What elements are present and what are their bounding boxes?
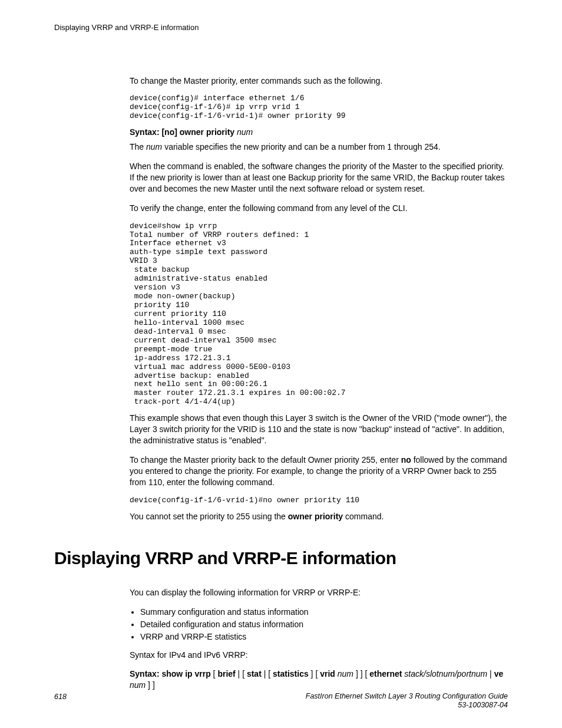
text: | [ <box>236 669 247 678</box>
page-footer: 618 FastIron Ethernet Switch Layer 3 Rou… <box>54 692 508 710</box>
footer-title: FastIron Ethernet Switch Layer 3 Routing… <box>306 692 508 700</box>
var-num: num <box>146 142 162 151</box>
syntax-bold: stat <box>247 669 262 678</box>
footer-text: FastIron Ethernet Switch Layer 3 Routing… <box>306 692 508 710</box>
var: num <box>335 669 353 678</box>
text: You cannot set the priority to 255 using… <box>130 512 288 521</box>
text: | [ <box>262 669 273 678</box>
syntax-bold: ve <box>494 669 504 678</box>
list-item: Summary configuration and status informa… <box>140 607 508 618</box>
page-number: 618 <box>54 692 67 702</box>
paragraph-verify: To verify the change, enter the followin… <box>130 203 508 214</box>
paragraph-example: This example shows that even though this… <box>130 413 508 446</box>
page: Displaying VRRP and VRRP-E information T… <box>0 0 562 728</box>
text: [ <box>211 669 218 678</box>
body-column: To change the Master priority, enter com… <box>130 75 508 522</box>
running-head: Displaying VRRP and VRRP-E information <box>54 22 508 33</box>
text: ] ] <box>146 680 155 690</box>
text: To change the Master priority back to th… <box>130 455 401 465</box>
syntax-bold: ethernet <box>369 669 402 678</box>
footer-docnum: 53-1003087-04 <box>458 701 508 709</box>
code-block-2: device#show ip vrrp Total number of VRRP… <box>130 222 508 407</box>
text: | <box>487 669 494 678</box>
syntax-bold: vrid <box>320 669 335 678</box>
text: command. <box>343 512 384 521</box>
syntax-bold: Syntax: [no] owner priority <box>130 127 234 137</box>
text: The <box>130 142 146 151</box>
syntax-bold: Syntax: show ip vrrp <box>130 669 211 678</box>
paragraph-enabled: When the command is enabled, the softwar… <box>130 161 508 195</box>
paragraph-num: The num variable specifies the new prior… <box>130 141 508 153</box>
syntax-bold: statistics <box>273 669 309 678</box>
text: ] [ <box>309 669 320 678</box>
paragraph-syntaxfor: Syntax for IPv4 and IPv6 VRRP: <box>130 650 508 661</box>
paragraph-changeback: To change the Master priority back to th… <box>130 454 508 488</box>
bold-no: no <box>401 455 411 465</box>
text: variable specifies the new priority and … <box>162 142 440 151</box>
bullet-list: Summary configuration and status informa… <box>130 607 508 643</box>
bold-owner-priority: owner priority <box>288 512 343 521</box>
syntax-line-2: Syntax: show ip vrrp [ brief | [ stat | … <box>130 668 508 691</box>
syntax-line-1: Syntax: [no] owner priority num <box>130 127 508 138</box>
body-column-2: You can display the following informatio… <box>130 587 508 691</box>
syntax-bold: brief <box>217 669 235 678</box>
syntax-var: num <box>237 127 253 137</box>
list-item: Detailed configuration and status inform… <box>140 619 508 630</box>
paragraph-display: You can display the following informatio… <box>130 587 508 598</box>
paragraph-intro: To change the Master priority, enter com… <box>130 75 508 87</box>
var: stack/slotnum/portnum <box>402 669 487 678</box>
code-block-3: device(config-if-1/6-vrid-1)#no owner pr… <box>130 496 508 505</box>
section-heading: Displaying VRRP and VRRP-E information <box>54 546 508 571</box>
code-block-1: device(config)# interface ethernet 1/6 d… <box>130 94 508 121</box>
list-item: VRRP and VRRP-E statistics <box>140 631 508 643</box>
var: num <box>130 680 146 690</box>
text: ] ] [ <box>353 669 369 678</box>
paragraph-cannot: You cannot set the priority to 255 using… <box>130 511 508 522</box>
